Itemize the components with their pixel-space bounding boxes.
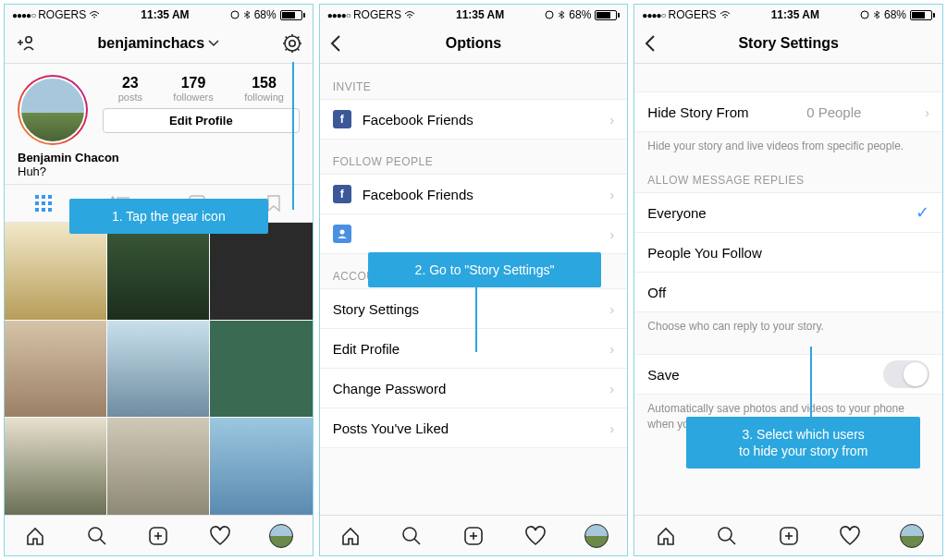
row-edit-profile[interactable]: Edit Profile›: [320, 328, 628, 369]
chevron-left-icon: [329, 34, 342, 53]
tab-search[interactable]: [400, 524, 424, 548]
bluetooth-icon: [558, 10, 565, 19]
wifi-icon: [719, 10, 731, 19]
battery-pct: 68%: [569, 8, 591, 21]
story-ring[interactable]: [18, 75, 88, 145]
row-label: Hide Story From: [647, 104, 748, 120]
clock: 11:35 AM: [771, 8, 819, 21]
tab-new-post[interactable]: [461, 524, 486, 548]
username-dropdown[interactable]: benjaminchacs: [98, 35, 220, 52]
svg-point-29: [89, 528, 102, 541]
tab-profile[interactable]: [900, 524, 924, 548]
plus-square-icon: [462, 525, 485, 547]
row-save-shared-photos[interactable]: Save: [634, 354, 942, 395]
options-list[interactable]: INVITE f Facebook Friends › FOLLOW PEOPL…: [320, 64, 628, 515]
avatar: [19, 77, 86, 143]
tab-activity[interactable]: [523, 524, 547, 548]
avatar-small-icon: [269, 524, 293, 548]
photo-thumb[interactable]: [210, 321, 312, 418]
photo-thumb[interactable]: [107, 321, 209, 418]
tab-search[interactable]: [85, 524, 109, 548]
svg-line-8: [285, 36, 286, 37]
svg-point-36: [403, 528, 416, 541]
username: benjaminchacs: [98, 35, 205, 52]
svg-point-0: [231, 11, 239, 18]
svg-rect-20: [48, 208, 52, 212]
tab-search[interactable]: [715, 524, 739, 548]
row-contacts[interactable]: ›: [320, 213, 628, 254]
row-hide-story-from[interactable]: Hide Story From 0 People ›: [634, 91, 942, 132]
battery-icon: [280, 10, 305, 20]
status-bar: ●●●●○ROGERS 11:35 AM 68%: [5, 5, 313, 23]
photo-thumb[interactable]: [5, 321, 106, 418]
svg-point-3: [289, 40, 294, 45]
photo-thumb[interactable]: [210, 418, 312, 515]
display-name: Benjamin Chacon: [18, 151, 300, 164]
avatar-small-icon: [584, 524, 609, 548]
section-invite: INVITE: [320, 64, 628, 99]
photo-thumb[interactable]: [107, 418, 209, 515]
photo-thumb[interactable]: [5, 223, 106, 320]
tab-home[interactable]: [23, 524, 47, 548]
photo-thumb[interactable]: [107, 223, 209, 320]
search-icon: [400, 525, 423, 547]
clock: 11:35 AM: [141, 8, 189, 21]
row-change-password[interactable]: Change Password›: [320, 368, 628, 408]
page-title: Options: [446, 35, 501, 52]
tab-bar: [634, 515, 942, 555]
tab-activity[interactable]: [838, 524, 862, 548]
chevron-right-icon: ›: [609, 420, 614, 436]
tab-profile[interactable]: [269, 524, 293, 548]
contacts-icon: [333, 225, 351, 243]
clock: 11:35 AM: [456, 8, 504, 21]
tab-home[interactable]: [338, 524, 363, 548]
battery-pct: 68%: [254, 8, 277, 21]
row-posts-liked[interactable]: Posts You've Liked›: [320, 408, 628, 448]
tab-activity[interactable]: [208, 524, 232, 548]
chevron-right-icon: ›: [609, 112, 614, 128]
back-button[interactable]: [329, 23, 342, 63]
save-toggle[interactable]: [883, 360, 929, 388]
gear-icon: [281, 32, 303, 55]
row-label: Everyone: [647, 205, 706, 221]
svg-rect-13: [42, 195, 45, 199]
svg-line-10: [285, 49, 286, 50]
heart-icon: [524, 525, 547, 547]
tab-home[interactable]: [654, 524, 678, 548]
callout-pointer: [475, 286, 477, 352]
row-invite-fb-friends[interactable]: f Facebook Friends ›: [320, 99, 628, 140]
chevron-right-icon: ›: [925, 104, 929, 120]
settings-gear-button[interactable]: [281, 23, 303, 63]
svg-point-42: [719, 528, 732, 541]
row-reply-people-you-follow[interactable]: People You Follow: [634, 232, 942, 273]
row-story-settings[interactable]: Story Settings›: [320, 288, 628, 329]
page-title: Story Settings: [738, 35, 838, 52]
tab-new-post[interactable]: [146, 524, 170, 548]
discover-people-button[interactable]: [14, 23, 36, 63]
row-reply-everyone[interactable]: Everyone✓: [634, 192, 942, 233]
row-reply-off[interactable]: Off: [634, 272, 942, 312]
profile-content: 23posts 179followers 158following Edit P…: [5, 64, 313, 515]
tab-bar: [320, 515, 628, 555]
photo-thumb[interactable]: [210, 223, 312, 320]
row-follow-fb-friends[interactable]: f Facebook Friends ›: [320, 174, 628, 214]
stat-followers[interactable]: 179followers: [173, 75, 213, 103]
carrier: ROGERS: [38, 8, 86, 21]
search-icon: [86, 525, 108, 547]
facebook-icon: f: [333, 110, 351, 128]
stat-following[interactable]: 158following: [244, 75, 284, 103]
carrier: ROGERS: [669, 8, 717, 21]
edit-profile-button[interactable]: Edit Profile: [103, 108, 300, 133]
svg-rect-17: [48, 201, 52, 205]
row-label: Save: [647, 367, 679, 383]
photo-thumb[interactable]: [5, 418, 106, 515]
tab-profile[interactable]: [584, 524, 609, 548]
chevron-left-icon: [644, 34, 657, 53]
back-button[interactable]: [644, 23, 657, 63]
tab-new-post[interactable]: [777, 524, 801, 548]
battery-pct: 68%: [884, 8, 906, 21]
stat-posts[interactable]: 23posts: [118, 75, 142, 103]
row-label: People You Follow: [647, 245, 761, 261]
chevron-right-icon: ›: [609, 341, 614, 357]
svg-point-41: [861, 11, 868, 18]
